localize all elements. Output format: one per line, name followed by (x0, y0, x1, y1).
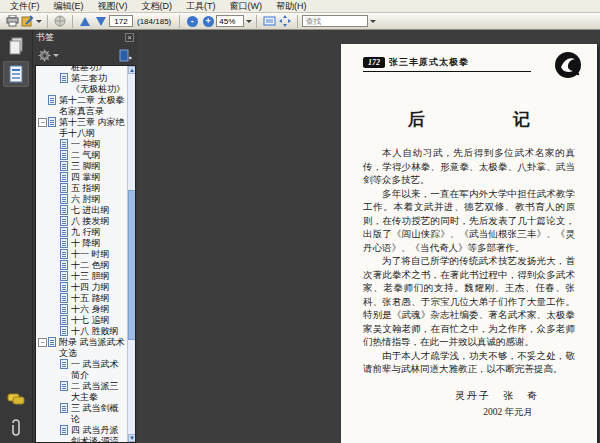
bookmark-item[interactable]: 一 武当武术简介 (38, 359, 127, 381)
previous-page-button[interactable] (77, 14, 93, 29)
navigation-strip (0, 30, 33, 443)
bookmark-item[interactable]: 第十二章 太极拳名家真言录 (38, 95, 127, 117)
bookmark-item[interactable]: 十二 色纲 (38, 260, 127, 271)
bookmark-item[interactable]: 十三 胆纲 (38, 271, 127, 282)
menu-item[interactable]: 窗口(W) (224, 0, 269, 12)
bookmark-item[interactable]: 九 行纲 (38, 227, 127, 238)
bookmark-item[interactable]: 六 肘纲 (38, 194, 127, 205)
bookmark-item[interactable]: 三 武当剑概论 (38, 403, 127, 425)
tab-attachments[interactable] (3, 415, 29, 441)
zoom-out-button[interactable]: - (184, 14, 200, 29)
bookmark-item[interactable]: 十一 时纲 (38, 249, 127, 260)
bookmark-item[interactable]: 十 降纲 (38, 238, 127, 249)
menu-item[interactable]: 视图(V) (92, 0, 134, 12)
page-count-label: (184/185) (137, 17, 171, 26)
bookmark-label[interactable]: 三 武当剑概论 (71, 403, 127, 425)
page-number-input[interactable] (109, 15, 133, 27)
bookmark-label[interactable]: 十 降纲 (71, 238, 127, 249)
bookmark-label[interactable]: 四 武当丹派剑术谈·源流 (71, 425, 127, 442)
expander-spacer (50, 316, 59, 325)
bookmark-page-icon (60, 425, 68, 435)
bookmark-item[interactable]: 十四 力纲 (38, 282, 127, 293)
bookmark-item[interactable]: −附录 武当派武术文选 (38, 337, 127, 359)
zoom-dropdown-caret[interactable] (246, 20, 252, 23)
export-button[interactable] (20, 14, 43, 29)
bookmark-item[interactable]: 八 接发纲 (38, 216, 127, 227)
panel-scrollbar[interactable]: ▲ ▼ (127, 66, 135, 442)
print-button[interactable] (4, 14, 20, 29)
bookmark-item[interactable]: 一 神纲 (38, 139, 127, 150)
expand-bookmark-icon (119, 49, 132, 62)
bookmark-label[interactable]: 桩基功》 (71, 66, 127, 73)
fit-width-button[interactable] (261, 14, 277, 29)
tab-pages[interactable] (3, 33, 29, 59)
collapse-expander-icon[interactable]: − (38, 118, 47, 127)
menu-item[interactable]: 工具(T) (180, 0, 222, 12)
expander-spacer (50, 206, 59, 215)
bookmark-label[interactable]: 六 肘纲 (71, 194, 127, 205)
find-dropdown-caret[interactable] (370, 20, 376, 23)
bookmark-item[interactable]: 四 武当丹派剑术谈·源流 (38, 425, 127, 442)
find-input[interactable] (302, 15, 368, 27)
bookmark-label[interactable]: 十四 力纲 (71, 282, 127, 293)
bookmark-label[interactable]: 第十三章 内家绝手十八纲 (59, 117, 127, 139)
bookmark-label[interactable]: 附录 武当派武术文选 (59, 337, 127, 359)
bookmark-label[interactable]: 七 进出纲 (71, 205, 127, 216)
zoom-level-input[interactable] (216, 15, 244, 27)
tab-comments[interactable] (3, 387, 29, 413)
bookmark-item[interactable]: 十五 路纲 (38, 293, 127, 304)
bookmark-label[interactable]: 四 掌纲 (71, 172, 127, 183)
scroll-up-button[interactable]: ▲ (128, 66, 136, 74)
bookmark-options-button[interactable] (37, 48, 60, 63)
bookmark-page-icon (60, 227, 68, 237)
bookmark-page-icon (60, 161, 68, 171)
bookmark-label[interactable]: 第二套功 《无极桩功》 (71, 73, 127, 95)
menu-item[interactable]: 编辑(E) (48, 0, 90, 12)
bookmark-label[interactable]: 八 接发纲 (71, 216, 127, 227)
bookmark-item[interactable]: 四 掌纲 (38, 172, 127, 183)
bookmark-label[interactable]: 三 脚纲 (71, 161, 127, 172)
tab-bookmarks[interactable] (3, 61, 29, 87)
bookmark-label[interactable]: 第十二章 太极拳名家真言录 (59, 95, 127, 117)
bookmark-label[interactable]: 十二 色纲 (71, 260, 127, 271)
bookmark-item[interactable]: 七 进出纲 (38, 205, 127, 216)
zoom-in-button[interactable]: + (200, 14, 216, 29)
fit-page-button[interactable] (277, 14, 293, 29)
expand-current-bookmark-button[interactable] (117, 48, 133, 63)
menu-item[interactable]: 文件(F) (4, 0, 46, 12)
bookmark-item[interactable]: 第二套功 《无极桩功》 (38, 73, 127, 95)
bookmark-item[interactable]: 十八 胜败纲 (38, 326, 127, 337)
bookmark-label[interactable]: 九 行纲 (71, 227, 127, 238)
bookmark-page-icon (60, 73, 68, 83)
menu-item[interactable]: 文档(D) (136, 0, 179, 12)
panel-close-button[interactable]: × (125, 33, 134, 42)
export-dropdown-caret[interactable] (36, 20, 42, 23)
expander-spacer (50, 228, 59, 237)
bookmark-label[interactable]: 一 武当武术简介 (71, 359, 127, 381)
bookmark-label[interactable]: 十八 胜败纲 (71, 326, 127, 337)
bookmark-item[interactable]: 十七 追纲 (38, 315, 127, 326)
next-page-button[interactable] (93, 14, 109, 29)
bookmark-label[interactable]: 十一 时纲 (71, 249, 127, 260)
bookmark-label[interactable]: 二 武当派三大主拳 (71, 381, 127, 403)
scroll-down-button[interactable]: ▼ (128, 434, 136, 442)
bookmark-label[interactable]: 十七 追纲 (71, 315, 127, 326)
bookmark-item[interactable]: 桩基功》 (38, 66, 127, 73)
options-dropdown-caret[interactable] (53, 54, 59, 57)
collapse-expander-icon[interactable]: − (38, 338, 47, 347)
bookmark-label[interactable]: 十三 胆纲 (71, 271, 127, 282)
bookmark-item[interactable]: 三 脚纲 (38, 161, 127, 172)
document-area[interactable]: 172 张三丰原式太极拳 后 记 本人自幼习武，先后得到多位武术名家的真传，学得… (137, 30, 600, 443)
scrollbar-thumb[interactable] (128, 190, 136, 340)
bookmark-item[interactable]: 二 气纲 (38, 150, 127, 161)
bookmark-label[interactable]: 一 神纲 (71, 139, 127, 150)
bookmark-item[interactable]: 二 武当派三大主拳 (38, 381, 127, 403)
menu-item[interactable]: 帮助(H) (270, 0, 313, 12)
bookmark-item[interactable]: −第十三章 内家绝手十八纲 (38, 117, 127, 139)
bookmark-label[interactable]: 五 指纲 (71, 183, 127, 194)
bookmark-item[interactable]: 十六 身纲 (38, 304, 127, 315)
bookmark-label[interactable]: 二 气纲 (71, 150, 127, 161)
bookmark-item[interactable]: 五 指纲 (38, 183, 127, 194)
bookmark-label[interactable]: 十六 身纲 (71, 304, 127, 315)
bookmark-label[interactable]: 十五 路纲 (71, 293, 127, 304)
